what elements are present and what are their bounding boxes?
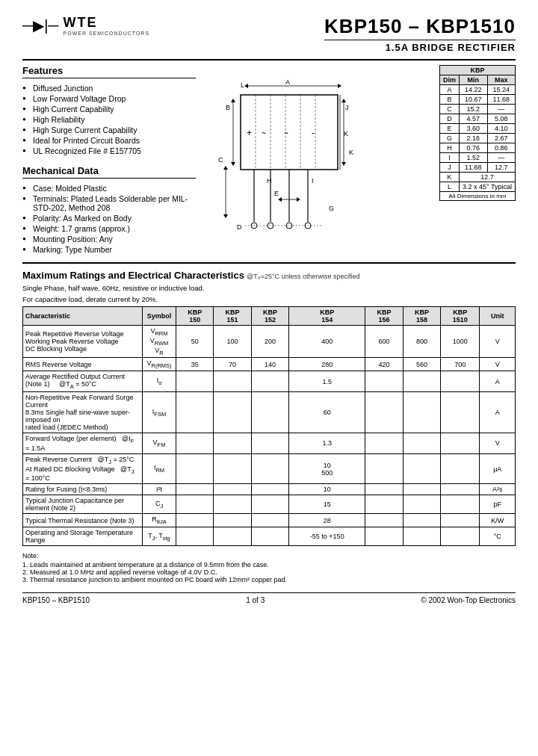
table-row: Operating and Storage Temperature Range …: [23, 527, 516, 546]
svg-text:+: +: [247, 128, 252, 138]
table-row: Typical Thermal Resistance (Note 3) RθJA…: [23, 514, 516, 527]
val-cell: [441, 527, 480, 546]
note-1: 1. Leads maintained at ambient temperatu…: [22, 561, 516, 568]
symbol-cell: I²t: [143, 484, 176, 495]
table-row: Forward Voltage (per element) @IF = 1.5A…: [23, 433, 516, 453]
table-row: L3.2 x 45° Typical: [440, 182, 516, 192]
diagram-column: + ~ ~ - L A B: [203, 65, 516, 255]
val-cell: [176, 495, 214, 514]
table-row: Rating for Fusing (t<8.3ms) I²t 10 A²s: [23, 484, 516, 495]
col-kbp156: KBP156: [365, 307, 403, 326]
table-row: D4.575.08: [440, 114, 516, 124]
val-cell: 28: [289, 514, 365, 527]
table-row: RMS Reverse Voltage VR(RMS) 35 70 140 28…: [23, 358, 516, 371]
list-item: Ideal for Printed Circuit Boards: [22, 135, 196, 146]
list-item: Marking: Type Number: [22, 244, 196, 255]
component-diagram: + ~ ~ - L A B: [203, 65, 433, 246]
list-item: Diffused Junction: [22, 83, 196, 93]
val-cell: [251, 391, 288, 433]
val-cell: [214, 514, 251, 527]
val-cell: 35: [176, 358, 214, 371]
col-characteristic: Characteristic: [23, 307, 143, 326]
dim-kbp-header: KBP: [440, 66, 516, 75]
val-cell: [176, 391, 214, 433]
list-item: High Reliability: [22, 114, 196, 125]
dim-col-dim: Dim: [440, 75, 460, 85]
title-area: KBP150 – KBP1510 1.5A BRIDGE RECTIFIER: [324, 15, 516, 53]
val-cell: [176, 453, 214, 484]
svg-marker-44: [297, 197, 300, 202]
val-cell: [365, 391, 403, 433]
ratings-note2: For capacitive load, derate current by 2…: [22, 295, 516, 303]
table-row: E3.604.10: [440, 124, 516, 134]
val-cell: 70: [214, 358, 251, 371]
features-list: Diffused Junction Low Forward Voltage Dr…: [22, 83, 196, 156]
svg-marker-13: [338, 84, 341, 88]
val-cell: [214, 371, 251, 392]
val-cell: [441, 391, 480, 433]
table-row: All Dimensions in mm: [440, 192, 516, 201]
mechanical-list: Case: Molded Plastic Terminals: Plated L…: [22, 183, 196, 255]
val-cell: 600: [365, 326, 403, 358]
unit-cell: A: [480, 371, 516, 392]
val-cell: 1.5: [289, 371, 365, 392]
svg-text:~: ~: [262, 129, 266, 137]
symbol-cell: IRM: [143, 453, 176, 484]
val-cell: [214, 433, 251, 453]
col-kbp154: KBP154: [289, 307, 365, 326]
svg-text:-: -: [312, 128, 315, 138]
val-cell: [251, 495, 288, 514]
table-row: Typical Junction Capacitance per element…: [23, 495, 516, 514]
logo-sub: POWER SEMICONDUCTORS: [64, 31, 150, 36]
unit-cell: V: [480, 358, 516, 371]
val-cell: [365, 495, 403, 514]
val-cell: 100: [214, 326, 251, 358]
symbol-cell: TJ, Tstg: [143, 527, 176, 546]
val-cell: 1000: [441, 326, 480, 358]
symbol-cell: Io: [143, 371, 176, 392]
char-cell: Forward Voltage (per element) @IF = 1.5A: [23, 433, 143, 453]
list-item: Polarity: As Marked on Body: [22, 213, 196, 223]
table-row: J11.6812.7: [440, 163, 516, 173]
table-row: I1.52—: [440, 153, 516, 163]
sub-title: 1.5A BRIDGE RECTIFIER: [324, 40, 516, 53]
char-cell: Non-Repetitive Peak Forward Surge Curren…: [23, 391, 143, 433]
char-cell: Typical Junction Capacitance per element…: [23, 495, 143, 514]
val-cell: [214, 453, 251, 484]
val-cell: [251, 371, 288, 392]
unit-cell: A: [480, 391, 516, 433]
ratings-title: Maximum Ratings and Electrical Character…: [22, 270, 244, 281]
svg-text:L: L: [241, 81, 244, 89]
list-item: UL Recognized File # E157705: [22, 146, 196, 156]
col-kbp1510: KBP1510: [441, 307, 480, 326]
dim-col-min: Min: [460, 75, 487, 85]
val-cell: [403, 371, 440, 392]
symbol-cell: CJ: [143, 495, 176, 514]
val-cell: 60: [289, 391, 365, 433]
svg-text:E: E: [274, 190, 279, 197]
val-cell: [403, 514, 440, 527]
dimensions-table-container: KBP Dim Min Max A14.2215.24 B10.6711.68: [439, 65, 516, 246]
val-cell: 400: [289, 326, 365, 358]
val-cell: 10: [289, 484, 365, 495]
svg-marker-12: [244, 84, 248, 88]
table-row: A14.2215.24: [440, 85, 516, 95]
list-item: Mounting Position: Any: [22, 234, 196, 244]
unit-cell: μA: [480, 453, 516, 484]
svg-marker-22: [341, 162, 346, 166]
val-cell: [441, 453, 480, 484]
package-diagram-svg: + ~ ~ - L A B: [203, 65, 390, 244]
note-3: 3. Thermal resistance junction to ambien…: [22, 576, 516, 583]
val-cell: [176, 433, 214, 453]
symbol-cell: RθJA: [143, 514, 176, 527]
unit-cell: °C: [480, 527, 516, 546]
val-cell: [441, 495, 480, 514]
table-row: H0.760.86: [440, 143, 516, 153]
svg-marker-25: [223, 166, 228, 170]
val-cell: [251, 433, 288, 453]
val-cell: [214, 484, 251, 495]
svg-marker-18: [231, 162, 235, 166]
header-divider: [22, 59, 516, 61]
val-cell: -55 to +150: [289, 527, 365, 546]
footer-center: 1 of 3: [246, 596, 265, 604]
